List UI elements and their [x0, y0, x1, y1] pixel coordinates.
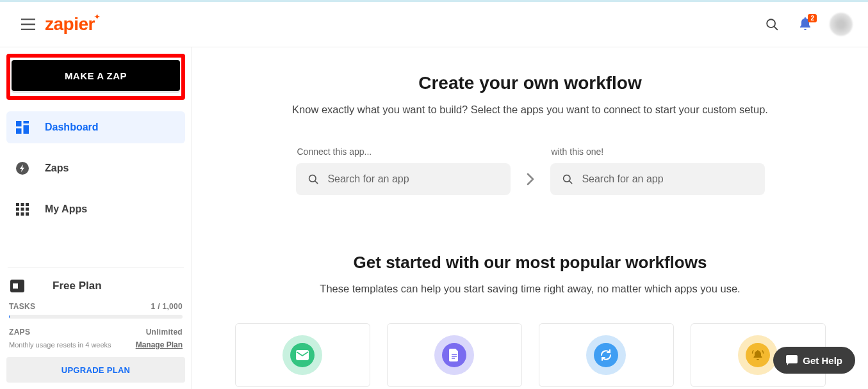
envelope-icon [296, 350, 309, 360]
document-icon [449, 349, 459, 361]
hamburger-icon [21, 19, 35, 30]
plan-icon [10, 279, 24, 293]
make-zap-button[interactable]: MAKE A ZAP [12, 60, 180, 91]
workflow-card-document[interactable] [387, 323, 522, 387]
get-help-label: Get Help [803, 355, 842, 366]
svg-rect-2 [24, 121, 29, 123]
zaps-value: Unlimited [146, 328, 183, 337]
hamburger-menu-button[interactable] [15, 12, 41, 37]
zap-bolt-icon [15, 161, 29, 175]
apps-grid-icon [15, 202, 29, 216]
search-icon [307, 173, 319, 186]
tasks-label: TASKS [9, 302, 35, 311]
main-content: Create your own workflow Know exactly wh… [192, 47, 868, 389]
logo-star-icon: ✦ [94, 13, 100, 21]
connect-label-target: with this one! [550, 147, 604, 157]
sidebar: MAKE A ZAP Dashboard Zaps My Apps [0, 47, 192, 389]
svg-rect-11 [26, 208, 29, 211]
svg-rect-6 [16, 203, 19, 206]
chat-icon [786, 355, 798, 365]
target-app-input[interactable] [582, 173, 753, 185]
svg-rect-8 [26, 203, 29, 206]
zaps-usage-row: ZAPS Unlimited [6, 328, 185, 337]
sidebar-item-dashboard[interactable]: Dashboard [6, 111, 185, 143]
zapier-logo[interactable]: zapier ✦ [45, 14, 95, 35]
tasks-progress-bar [9, 315, 183, 319]
notification-count-badge: 2 [808, 14, 817, 22]
workflow-card-sync[interactable] [539, 323, 674, 387]
search-icon [562, 173, 573, 186]
sidebar-item-label: Dashboard [45, 122, 99, 133]
page-subheading: Know exactly what you want to build? Sel… [231, 104, 830, 116]
page-heading: Create your own workflow [231, 73, 830, 93]
svg-rect-3 [24, 125, 29, 134]
workflow-card-email[interactable] [235, 323, 370, 387]
zaps-label: ZAPS [9, 328, 30, 337]
sidebar-item-label: Zaps [45, 163, 69, 174]
svg-rect-9 [16, 208, 19, 211]
manage-plan-link[interactable]: Manage Plan [136, 340, 183, 349]
dashboard-icon [15, 120, 29, 134]
svg-rect-10 [21, 208, 24, 211]
chevron-right-icon [522, 171, 539, 187]
make-zap-highlight-box: MAKE A ZAP [6, 54, 185, 100]
popular-heading: Get started with our most popular workfl… [231, 253, 830, 273]
svg-rect-14 [26, 212, 29, 216]
svg-rect-20 [786, 355, 798, 363]
svg-rect-13 [21, 212, 24, 216]
search-button[interactable] [758, 10, 786, 38]
sidebar-nav: Dashboard Zaps My Apps [6, 109, 185, 234]
user-avatar[interactable] [830, 13, 853, 36]
svg-rect-16 [13, 283, 18, 289]
usage-footer: Monthly usage resets in 4 weeks Manage P… [6, 340, 185, 349]
topbar: zapier ✦ 2 [0, 2, 868, 47]
bell-ring-icon [751, 349, 764, 361]
logo-text: zapier [45, 14, 95, 34]
sidebar-item-label: My Apps [45, 203, 87, 215]
svg-rect-4 [16, 129, 22, 134]
sidebar-divider [8, 267, 184, 267]
connect-label-source: Connect this app... [296, 147, 372, 157]
source-app-search[interactable] [296, 163, 511, 195]
svg-rect-19 [296, 350, 309, 360]
usage-reset-note: Monthly usage resets in 4 weeks [9, 341, 111, 349]
sidebar-item-zaps[interactable]: Zaps [6, 152, 185, 184]
sidebar-item-myapps[interactable]: My Apps [6, 193, 185, 225]
tasks-value: 1 / 1,000 [151, 302, 183, 311]
tasks-usage-row: TASKS 1 / 1,000 [6, 302, 185, 311]
svg-rect-7 [21, 203, 24, 206]
source-app-input[interactable] [327, 173, 498, 185]
popular-subheading: These templates can help you start savin… [231, 283, 830, 295]
upgrade-plan-button[interactable]: UPGRADE PLAN [6, 357, 185, 383]
svg-rect-12 [16, 212, 19, 216]
connect-apps-row: Connect this app... with this one! [231, 147, 830, 195]
target-app-search[interactable] [550, 163, 765, 195]
notifications-button[interactable]: 2 [791, 10, 819, 38]
plan-name: Free Plan [53, 280, 102, 292]
svg-rect-1 [16, 121, 22, 127]
workflow-cards-row [231, 323, 830, 387]
sync-icon [600, 349, 612, 361]
plan-row: Free Plan [6, 279, 185, 293]
search-icon [765, 17, 779, 31]
get-help-button[interactable]: Get Help [773, 347, 855, 374]
